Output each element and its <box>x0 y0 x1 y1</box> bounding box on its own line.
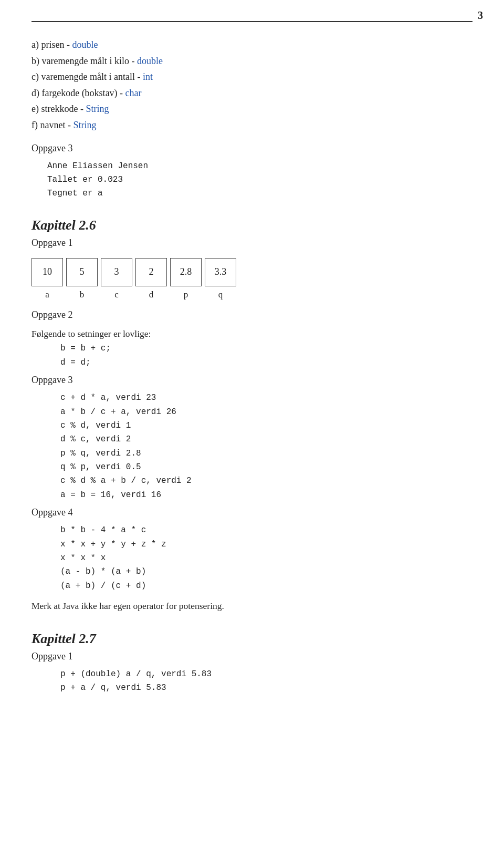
array-boxes-row: 10 5 3 2 2.8 3.3 <box>32 258 472 286</box>
chapter26-title: Kapittel 2.6 <box>32 218 472 233</box>
chapter26-oppgave2: Oppgave 2 Følgende to setninger er lovli… <box>32 309 472 369</box>
chapter27-oppgave1-label: Oppgave 1 <box>32 651 472 662</box>
oppgave2-line2: d = d; <box>60 356 472 369</box>
oppgave4-expr-2: x * x + y * y + z * z <box>60 538 472 551</box>
array-label-d: d <box>135 290 167 300</box>
oppgave3-label: Oppgave 3 <box>32 143 472 154</box>
chapter26-section: Kapittel 2.6 Oppgave 1 10 5 3 2 2.8 3.3 … <box>32 218 472 614</box>
oppgave2-line1: b = b + c; <box>60 342 472 355</box>
chapter26-oppgave4-label: Oppgave 4 <box>32 507 472 518</box>
page-number: 3 <box>478 9 483 22</box>
line-c-keyword: int <box>143 71 153 82</box>
oppgave4-expr-3: x * x * x <box>60 551 472 565</box>
expr-7: c % d % a + b / c, verdi 2 <box>60 474 472 488</box>
array-label-p: p <box>170 290 202 300</box>
chapter27-title: Kapittel 2.7 <box>32 631 472 647</box>
line-f-keyword: String <box>73 120 96 130</box>
chapter27-line1: p + (double) a / q, verdi 5.83 <box>60 667 472 681</box>
array-cell-b: 5 <box>66 258 98 286</box>
chapter26-oppgave1-label: Oppgave 1 <box>32 237 472 249</box>
line-a: a) prisen - double <box>32 37 472 53</box>
expr-3: c % d, verdi 1 <box>60 419 472 432</box>
array-label-a: a <box>32 290 63 300</box>
array-labels-row: a b c d p q <box>32 290 472 300</box>
line-d: d) fargekode (bokstav) - char <box>32 85 472 101</box>
array-label-b: b <box>66 290 98 300</box>
line-b: b) varemengde målt i kilo - double <box>32 53 472 69</box>
line-f-text: f) navnet - <box>32 120 73 130</box>
chapter26-oppgave3-label: Oppgave 3 <box>32 375 472 386</box>
oppgave3-line2: Tallet er 0.023 <box>47 173 472 187</box>
array-label-c: c <box>101 290 132 300</box>
oppgave2-code: b = b + c; d = d; <box>60 342 472 369</box>
expr-6: q % p, verdi 0.5 <box>60 460 472 474</box>
expr-5: p % q, verdi 2.8 <box>60 447 472 460</box>
line-c: c) varemengde målt i antall - int <box>32 69 472 85</box>
oppgave2-intro: Følgende to setninger er lovlige: <box>32 326 472 342</box>
oppgave4-expr-1: b * b - 4 * a * c <box>60 523 472 537</box>
top-rule <box>32 21 472 22</box>
line-b-text: b) varemengde målt i kilo - <box>32 56 137 66</box>
oppgave4-expr-5: (a + b) / (c + d) <box>60 579 472 593</box>
expr-2: a * b / c + a, verdi 26 <box>60 405 472 419</box>
oppgave3-section: Oppgave 3 Anne Eliassen Jensen Tallet er… <box>32 143 472 201</box>
chapter27-oppgave1-code: p + (double) a / q, verdi 5.83 p + a / q… <box>60 667 472 695</box>
chapter27-line2: p + a / q, verdi 5.83 <box>60 681 472 695</box>
oppgave3-expressions: c + d * a, verdi 23 a * b / c + a, verdi… <box>60 391 472 502</box>
line-e-text: e) strekkode - <box>32 104 86 114</box>
chapter26-oppgave4: Oppgave 4 b * b - 4 * a * c x * x + y * … <box>32 507 472 614</box>
array-cell-q: 3.3 <box>205 258 236 286</box>
chapter27-section: Kapittel 2.7 Oppgave 1 p + (double) a / … <box>32 631 472 695</box>
line-c-text: c) varemengde målt i antall - <box>32 71 143 82</box>
oppgave4-expr-4: (a - b) * (a + b) <box>60 565 472 578</box>
expr-4: d % c, verdi 2 <box>60 432 472 446</box>
line-d-text: d) fargekode (bokstav) - <box>32 88 125 98</box>
array-cell-d: 2 <box>135 258 167 286</box>
array-label-q: q <box>205 290 236 300</box>
array-cell-p: 2.8 <box>170 258 202 286</box>
section-types: a) prisen - double b) varemengde målt i … <box>32 37 472 133</box>
expr-8: a = b = 16, verdi 16 <box>60 488 472 502</box>
oppgave4-expressions: b * b - 4 * a * c x * x + y * y + z * z … <box>60 523 472 593</box>
line-a-keyword: double <box>72 39 98 50</box>
chapter26-oppgave2-label: Oppgave 2 <box>32 309 472 321</box>
chapter26-oppgave3: Oppgave 3 c + d * a, verdi 23 a * b / c … <box>32 375 472 502</box>
line-d-keyword: char <box>125 88 142 98</box>
expr-1: c + d * a, verdi 23 <box>60 391 472 405</box>
line-a-text: a) prisen - <box>32 39 72 50</box>
oppgave3-code: Anne Eliassen Jensen Tallet er 0.023 Teg… <box>47 159 472 201</box>
line-f: f) navnet - String <box>32 117 472 133</box>
line-e-keyword: String <box>86 104 109 114</box>
oppgave4-note: Merk at Java ikke har egen operator for … <box>32 598 472 614</box>
line-b-keyword: double <box>137 56 163 66</box>
oppgave3-line3: Tegnet er a <box>47 187 472 200</box>
oppgave3-line1: Anne Eliassen Jensen <box>47 159 472 173</box>
array-cell-a: 10 <box>32 258 63 286</box>
line-e: e) strekkode - String <box>32 101 472 117</box>
array-cell-c: 3 <box>101 258 132 286</box>
